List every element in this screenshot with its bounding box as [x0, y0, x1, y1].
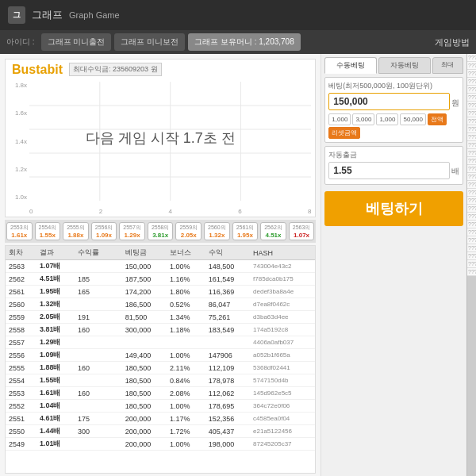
table-row[interactable]: 2563 1.07배 150,000 1.00% 148,500 743004e…	[6, 260, 315, 273]
cashout-section: 자동출금 배	[324, 146, 463, 185]
scroll-item: ????	[467, 268, 476, 276]
user-label: 아이디 :	[6, 36, 35, 48]
quick-bet-btn-4[interactable]: 전액	[428, 113, 447, 125]
scroll-item: ????	[467, 228, 476, 236]
table-row[interactable]: 2560 1.32배 186,500 0.52% 86,047 d7ea8f04…	[6, 298, 315, 311]
scroll-item: ????	[467, 236, 476, 244]
tab-mini-in[interactable]: 그래프 미니보전	[114, 33, 185, 51]
tab-max-bet[interactable]: 최대	[432, 57, 463, 74]
scroll-item: ????	[467, 213, 476, 221]
history-chip[interactable]: 2560의1.32x	[204, 222, 230, 240]
game-table[interactable]: 회차 결과 수익률 베팅금 보너스 수익 HASH 2563 1.07배 150…	[5, 245, 316, 474]
x-axis: 0 2 4 6 8	[29, 208, 311, 215]
game-area: Bustabit 최대수익금: 235609203 원 1.0x 1.2x 1.…	[5, 59, 316, 217]
brand-label: Bustabit	[12, 63, 63, 77]
title-bar: 그 그래프 Graph Game	[0, 0, 476, 30]
scroll-item: ????	[467, 260, 476, 268]
history-bar: 2553의1.61x2554의1.55x2555의1.88x2556의1.09x…	[5, 220, 316, 243]
quick-bet-btn-3[interactable]: 50,000	[400, 113, 425, 125]
bet-tabs: 수동베팅 자동베팅 최대	[324, 57, 463, 74]
bet-amount-label: 베팅(최저500,000원, 100원단위)	[328, 81, 459, 91]
history-chip[interactable]: 2556의1.09x	[91, 222, 117, 240]
bet-unit: 원	[451, 98, 459, 109]
right-panel: 수동베팅 자동베팅 최대 베팅(최저500,000원, 100원단위) 원 1,…	[321, 54, 466, 476]
scroll-item: ????	[467, 181, 476, 189]
scroll-item: ????	[467, 125, 476, 133]
history-chip[interactable]: 2553의1.61x	[6, 222, 33, 240]
history-chip[interactable]: 2563의1.07x	[289, 222, 315, 240]
scroll-item: ????	[467, 173, 476, 181]
main-content: Bustabit 최대수익금: 235609203 원 1.0x 1.2x 1.…	[0, 54, 476, 476]
right-scroll-panel: ????????????????????????????????????????…	[466, 54, 476, 476]
y-axis: 1.0x 1.2x 1.4x 1.6x 1.8x	[10, 82, 27, 201]
scroll-item: ????	[467, 102, 476, 109]
scroll-item: ????	[467, 62, 476, 70]
history-chip[interactable]: 2561의1.95x	[232, 222, 259, 240]
scroll-item: ????	[467, 117, 476, 125]
table-row[interactable]: 2562 4.51배 185 187,500 1.16% 161,549 f78…	[6, 273, 315, 286]
scroll-item: ????	[467, 252, 476, 260]
history-chip[interactable]: 2554의1.55x	[35, 222, 61, 240]
table-row[interactable]: 2552 1.04배 180,500 1.00% 178,695 364c72e…	[6, 400, 315, 413]
table-row[interactable]: 2561 1.95배 165 174,200 1.80% 116,369 ded…	[6, 286, 315, 298]
bet-submit-button[interactable]: 베팅하기	[324, 191, 463, 226]
table-row[interactable]: 2550 1.44배 300 200,000 1.72% 405,437 e21…	[6, 425, 315, 438]
history-chip[interactable]: 2558의3.81x	[148, 222, 174, 240]
history-chip[interactable]: 2562의4.51x	[260, 222, 286, 240]
table-row[interactable]: 2554 1.55배 180,500 0.84% 178,978 5747150…	[6, 374, 315, 387]
tab-bonus[interactable]: 그래프 보유머니 : 1,203,708	[188, 33, 301, 51]
scroll-item: ????	[467, 54, 476, 62]
table-row[interactable]: 2556 1.09배 149,400 1.00% 147906 a052b1f6…	[6, 349, 315, 362]
scroll-item: ????	[467, 109, 476, 117]
history-chip[interactable]: 2559의2.05x	[175, 222, 202, 240]
scroll-item: ????	[467, 94, 476, 102]
right-scroll-list	[324, 231, 463, 473]
scroll-item: ????	[467, 221, 476, 228]
quick-bet-btn-1[interactable]: 3,000	[352, 113, 374, 125]
table-row[interactable]: 2549 1.01배 200,000 1.00% 198,000 8724520…	[6, 438, 315, 451]
scroll-item: ????	[467, 244, 476, 252]
scroll-item: ????	[467, 70, 476, 78]
cashout-input[interactable]	[328, 162, 450, 179]
app-name: 그래프	[32, 8, 63, 22]
table-row[interactable]: 2555 1.88배 160 180,500 2.11% 112,109 536…	[6, 362, 315, 374]
bet-amount-section: 베팅(최저500,000원, 100원단위) 원 1,0003,0001,000…	[324, 77, 463, 143]
history-chip[interactable]: 2557의1.29x	[119, 222, 145, 240]
scroll-item: ????	[467, 86, 476, 94]
scroll-item: ????	[467, 78, 476, 86]
scroll-item: ????	[467, 133, 476, 141]
scroll-item: ????	[467, 197, 476, 205]
scroll-item: ????	[467, 149, 476, 157]
quick-bet-btn-5[interactable]: 리셋금액	[328, 127, 360, 139]
table-row[interactable]: 2553 1.61배 160 180,500 2.08% 112,062 145…	[6, 387, 315, 400]
bet-amount-input[interactable]	[328, 93, 450, 110]
app-subtitle: Graph Game	[69, 10, 120, 20]
scroll-item: ????	[467, 157, 476, 165]
scroll-item: ????	[467, 165, 476, 173]
countdown-text: 다음 게임 시작 1.7초 전	[86, 129, 236, 148]
table-header: 회차 결과 수익률 베팅금 보너스 수익 HASH	[6, 246, 315, 260]
app-icon: 그	[8, 6, 25, 24]
scroll-item: ????	[467, 205, 476, 213]
tab-mini-out[interactable]: 그래프 미니출전	[41, 33, 112, 51]
history-chip[interactable]: 2555의1.88x	[63, 222, 89, 240]
scroll-item: ????	[467, 141, 476, 149]
table-row[interactable]: 2557 1.29배 4406a0afb037	[6, 336, 315, 349]
nav-bar: 아이디 : 그래프 미니출전 그래프 미니보전 그래프 보유머니 : 1,203…	[0, 30, 476, 54]
quick-bet-btn-0[interactable]: 1,000	[328, 113, 351, 125]
tab-manual-bet[interactable]: 수동베팅	[324, 57, 377, 74]
table-row[interactable]: 2551 4.61배 175 200,000 1.17% 152,356 c45…	[6, 413, 315, 425]
max-profit: 최대수익금: 235609203 원	[69, 63, 162, 76]
quick-bet-btn-2[interactable]: 1,000	[376, 113, 398, 125]
bet-quick-buttons: 1,0003,0001,00050,000전액리셋금액	[328, 113, 459, 139]
game-method-label[interactable]: 게임방법	[435, 36, 470, 48]
table-row[interactable]: 2559 2.05배 191 81,500 1.34% 75,261 d3ba6…	[6, 311, 315, 324]
tab-auto-bet[interactable]: 자동베팅	[378, 57, 431, 74]
cashout-label: 자동출금	[328, 150, 459, 160]
cashout-unit: 배	[451, 166, 459, 177]
left-panel: Bustabit 최대수익금: 235609203 원 1.0x 1.2x 1.…	[0, 54, 321, 476]
scroll-item: ????	[467, 189, 476, 197]
table-row[interactable]: 2558 3.81배 160 300,000 1.18% 183,549 174…	[6, 324, 315, 336]
